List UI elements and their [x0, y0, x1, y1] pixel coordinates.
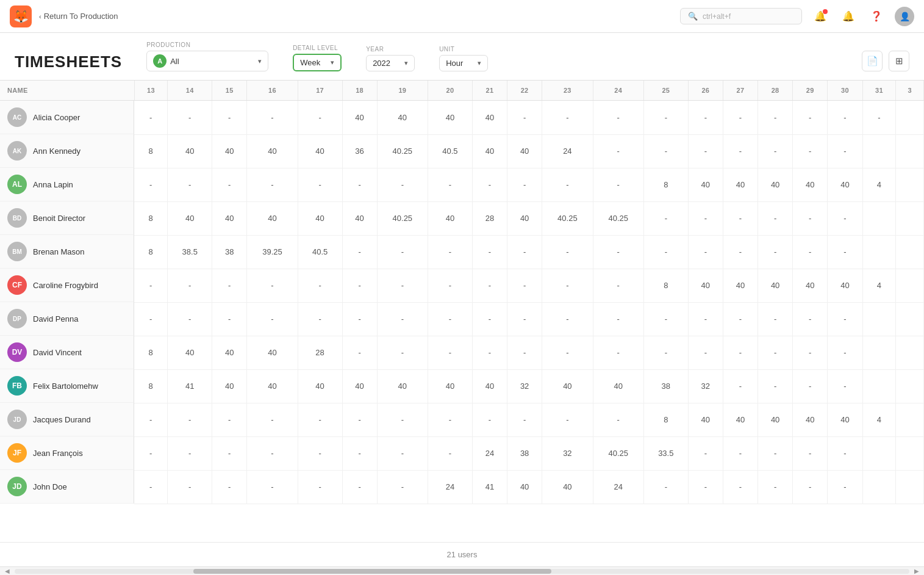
- cell-col-16: 40: [247, 134, 298, 168]
- cell-col-19: -: [377, 436, 428, 470]
- person-name: Brenan Mason: [33, 247, 85, 256]
- avatar: AL: [7, 175, 27, 194]
- cell-col-18: 40: [342, 369, 377, 403]
- scroll-left-arrow[interactable]: ◀: [2, 568, 12, 574]
- cell-col-15: -: [212, 470, 247, 504]
- cell-col-17: 40: [298, 369, 342, 403]
- cell-col-23: 40.25: [542, 201, 593, 235]
- cell-col-29: -: [793, 369, 828, 403]
- cell-col-15: -: [212, 168, 247, 201]
- cell-col-23: -: [542, 235, 593, 269]
- cell-col-22: 40: [507, 201, 542, 235]
- production-label: PRODUCTION: [146, 42, 268, 48]
- week-col-31-header: 31: [862, 81, 896, 101]
- year-dropdown[interactable]: 2022 ▾: [366, 55, 415, 71]
- name-cell: ALAnna Lapin: [0, 168, 134, 201]
- name-cell: ACAlicia Cooper: [0, 101, 134, 134]
- cell-col-18: -: [342, 269, 377, 302]
- help-button[interactable]: ❓: [867, 7, 886, 26]
- cell-col-27: -: [723, 369, 757, 403]
- cell-col-28: -: [758, 336, 793, 369]
- cell-col-14: -: [168, 470, 212, 504]
- cell-col-29: -: [793, 336, 828, 369]
- avatar: AC: [7, 107, 27, 127]
- cell-col-27: -: [723, 436, 757, 470]
- cell-col-13: 8: [134, 235, 168, 269]
- name-cell: JFJean François: [0, 436, 134, 470]
- year-label: YEAR: [366, 46, 415, 52]
- week-col-13-header: 13: [134, 81, 168, 101]
- week-col-3-header: 3: [896, 81, 924, 101]
- cell-col-21: 40: [472, 101, 507, 135]
- cell-col-3: [896, 201, 924, 235]
- name-cell: CFCaroline Frogybird: [0, 269, 134, 302]
- scroll-track[interactable]: [15, 569, 909, 574]
- export-button[interactable]: 📄: [862, 51, 883, 71]
- cell-col-18: -: [342, 470, 377, 504]
- back-link[interactable]: ‹ Return To Production: [39, 12, 118, 21]
- cell-col-24: 40.25: [593, 201, 643, 235]
- cell-col-30: -: [828, 235, 862, 269]
- detail-level-dropdown[interactable]: Week ▾: [293, 54, 342, 71]
- person-name: David Vincent: [33, 348, 82, 357]
- production-badge: A: [153, 54, 167, 68]
- cell-col-3: [896, 436, 924, 470]
- cell-col-23: -: [542, 336, 593, 369]
- cell-col-31: -: [862, 101, 896, 135]
- user-avatar[interactable]: 👤: [895, 7, 914, 26]
- cell-col-31: 4: [862, 168, 896, 201]
- cell-col-17: -: [298, 302, 342, 336]
- cell-col-3: [896, 470, 924, 504]
- cell-col-31: [862, 302, 896, 336]
- cell-col-20: 40: [428, 101, 473, 135]
- cell-col-13: 8: [134, 369, 168, 403]
- cell-col-23: -: [542, 269, 593, 302]
- cell-col-21: 28: [472, 201, 507, 235]
- unit-filter-group: UNIT Hour ▾: [439, 46, 488, 71]
- week-col-17-header: 17: [298, 81, 342, 101]
- week-col-30-header: 30: [828, 81, 862, 101]
- cell-col-16: -: [247, 302, 298, 336]
- cell-col-14: -: [168, 302, 212, 336]
- cell-col-21: 24: [472, 436, 507, 470]
- timesheets-table-container[interactable]: NAME131415161718192021222324252627282930…: [0, 81, 924, 542]
- cell-col-23: -: [542, 101, 593, 135]
- cell-col-29: -: [793, 235, 828, 269]
- name-cell: BMBrenan Mason: [0, 235, 134, 269]
- cell-col-21: -: [472, 302, 507, 336]
- cell-col-28: -: [758, 201, 793, 235]
- search-box[interactable]: 🔍 ctrl+alt+f: [680, 8, 802, 24]
- cell-col-16: -: [247, 269, 298, 302]
- week-col-20-header: 20: [428, 81, 473, 101]
- cell-col-19: 40.25: [377, 134, 428, 168]
- cell-col-27: 40: [723, 269, 757, 302]
- cell-col-29: -: [793, 134, 828, 168]
- production-dropdown[interactable]: A All ▾: [146, 51, 268, 71]
- grid-view-button[interactable]: ⊞: [889, 51, 909, 71]
- cell-col-19: -: [377, 269, 428, 302]
- notifications-button[interactable]: 🔔: [811, 7, 830, 26]
- controls-bar: TIMESHEETS PRODUCTION A All ▾ DETAIL LEV…: [0, 33, 924, 81]
- cell-col-26: -: [688, 235, 723, 269]
- scroll-right-arrow[interactable]: ▶: [912, 568, 922, 574]
- chevron-left-icon: ‹: [39, 13, 41, 20]
- cell-col-27: -: [723, 101, 757, 135]
- cell-col-29: -: [793, 470, 828, 504]
- week-col-19-header: 19: [377, 81, 428, 101]
- horizontal-scrollbar[interactable]: ◀ ▶: [0, 566, 924, 575]
- unit-dropdown[interactable]: Hour ▾: [439, 55, 488, 71]
- cell-col-29: 40: [793, 403, 828, 436]
- logo: 🦊: [10, 5, 32, 27]
- cell-col-21: 40: [472, 134, 507, 168]
- person-name: Felix Bartolomehw: [33, 382, 98, 391]
- name-cell: BDBenoit Director: [0, 201, 134, 235]
- cell-col-31: [862, 235, 896, 269]
- alerts-button[interactable]: 🔔: [839, 7, 858, 26]
- table-row: AKAnn Kennedy8404040403640.2540.5404024-…: [0, 134, 924, 168]
- scroll-thumb[interactable]: [193, 569, 551, 574]
- table-footer: 21 users: [0, 542, 924, 566]
- cell-col-22: 32: [507, 369, 542, 403]
- cell-col-20: -: [428, 269, 473, 302]
- cell-col-31: [862, 336, 896, 369]
- cell-col-25: 33.5: [643, 436, 688, 470]
